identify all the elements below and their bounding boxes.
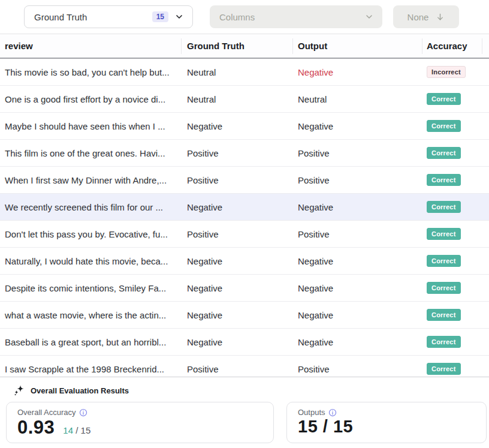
cell-review: what a waste movie, where is the actin..… (0, 310, 182, 320)
table-row[interactable]: Naturally, I would hate this movie, beca… (0, 248, 489, 275)
accuracy-badge: Correct (427, 309, 461, 321)
overall-accuracy-card: Overall Accuracy 0.93 14 / 15 (6, 402, 274, 443)
cell-review: Baseball is a great sport, but an horrib… (0, 337, 182, 347)
column-header-ground-truth: Ground Truth (182, 38, 293, 54)
accuracy-badge: Correct (427, 336, 461, 348)
accuracy-badge: Correct (427, 228, 461, 240)
accuracy-badge: Correct (427, 120, 461, 132)
chevron-down-icon (174, 12, 184, 22)
cell-accuracy: Correct (422, 228, 482, 240)
table-row[interactable]: One is a good first effort by a novice d… (0, 86, 489, 113)
sort-button-label: None (408, 12, 429, 22)
table-header: review Ground Truth Output Accuracy (0, 34, 489, 59)
cell-review: This movie is so bad, you can't help but… (0, 67, 182, 77)
cell-output: Negative (293, 67, 422, 77)
cell-accuracy: Correct (422, 255, 482, 267)
cell-output: Positive (293, 148, 422, 158)
cell-review: When I first saw My Dinner with Andre,..… (0, 175, 182, 185)
cell-ground-truth: Positive (182, 364, 293, 374)
columns-select[interactable]: Columns (210, 5, 382, 28)
ground-truth-filter-select[interactable]: Ground Truth 15 (24, 5, 193, 28)
results-title-row: Overall Evaluation Results (0, 383, 489, 398)
table-row[interactable]: I saw Scrapple at the 1998 Breckenrid...… (0, 356, 489, 377)
column-header-review: review (0, 38, 182, 54)
cell-output: Negative (293, 202, 422, 212)
column-header-output: Output (293, 38, 422, 54)
outputs-value: 15 / 15 (298, 417, 353, 437)
accuracy-badge: Correct (427, 93, 461, 105)
sparkles-icon (13, 384, 25, 396)
cell-review: Maybe I should have seen this when I ... (0, 121, 182, 131)
sort-button[interactable]: None (393, 5, 459, 28)
info-icon[interactable] (79, 408, 87, 417)
cell-output: Negative (293, 121, 422, 131)
table-row[interactable]: This film is one of the great ones. Havi… (0, 140, 489, 167)
cell-accuracy: Correct (422, 309, 482, 321)
cell-output: Negative (293, 283, 422, 293)
chevron-down-icon (364, 12, 374, 22)
results-title: Overall Evaluation Results (31, 386, 129, 395)
table-row[interactable]: We recently screened this film for our .… (0, 194, 489, 221)
cell-output: Negative (293, 337, 422, 347)
toolbar: Ground Truth 15 Columns None (0, 0, 489, 34)
cell-ground-truth: Positive (182, 148, 293, 158)
cell-accuracy: Incorrect (422, 66, 482, 78)
cell-accuracy: Correct (422, 174, 482, 186)
columns-select-label: Columns (219, 12, 364, 22)
cell-ground-truth: Positive (182, 229, 293, 239)
cell-ground-truth: Negative (182, 337, 293, 347)
table-row[interactable]: When I first saw My Dinner with Andre,..… (0, 167, 489, 194)
cell-ground-truth: Negative (182, 202, 293, 212)
cell-review: I saw Scrapple at the 1998 Breckenrid... (0, 364, 182, 374)
cell-output: Positive (293, 364, 422, 374)
cell-ground-truth: Negative (182, 310, 293, 320)
cell-review: Don't let this pass you by. Evocative, f… (0, 229, 182, 239)
filter-select-label: Ground Truth (34, 12, 152, 22)
table-row[interactable]: Despite its comic intentions, Smiley Fa.… (0, 275, 489, 302)
cell-review: We recently screened this film for our .… (0, 202, 182, 212)
cell-review: Naturally, I would hate this movie, beca… (0, 256, 182, 266)
results-cards: Overall Accuracy 0.93 14 / 15 Outputs (0, 402, 489, 443)
column-header-accuracy: Accuracy (422, 38, 482, 54)
accuracy-badge: Correct (427, 174, 461, 186)
cell-ground-truth: Negative (182, 256, 293, 266)
outputs-card: Outputs 15 / 15 (286, 402, 487, 443)
cell-ground-truth: Positive (182, 175, 293, 185)
cell-accuracy: Correct (422, 336, 482, 348)
cell-output: Negative (293, 256, 422, 266)
cell-ground-truth: Neutral (182, 67, 293, 77)
table-row[interactable]: This movie is so bad, you can't help but… (0, 59, 489, 86)
cell-accuracy: Correct (422, 282, 482, 294)
overall-accuracy-label: Overall Accuracy (17, 408, 76, 417)
evaluation-panel: Ground Truth 15 Columns None review Grou… (0, 0, 489, 448)
accuracy-badge: Correct (427, 147, 461, 159)
cell-ground-truth: Neutral (182, 94, 293, 104)
cell-review: Despite its comic intentions, Smiley Fa.… (0, 283, 182, 293)
cell-accuracy: Correct (422, 201, 482, 213)
filter-count-badge: 15 (152, 11, 168, 22)
outputs-label: Outputs (298, 408, 325, 417)
cell-output: Negative (293, 310, 422, 320)
table-row[interactable]: Baseball is a great sport, but an horrib… (0, 329, 489, 356)
cell-output: Positive (293, 229, 422, 239)
accuracy-badge: Correct (427, 201, 461, 213)
table-row[interactable]: what a waste movie, where is the actin..… (0, 302, 489, 329)
overall-accuracy-fraction: 14 / 15 (63, 425, 90, 435)
table-body: This movie is so bad, you can't help but… (0, 59, 489, 377)
cell-accuracy: Correct (422, 120, 482, 132)
info-icon[interactable] (328, 408, 337, 417)
cell-output: Positive (293, 175, 422, 185)
cell-accuracy: Correct (422, 363, 482, 375)
cell-output: Neutral (293, 94, 422, 104)
table-row[interactable]: Maybe I should have seen this when I ...… (0, 113, 489, 140)
cell-accuracy: Correct (422, 93, 482, 105)
overall-results-panel: Overall Evaluation Results Overall Accur… (0, 377, 489, 448)
accuracy-badge: Correct (427, 363, 461, 375)
cell-review: This film is one of the great ones. Havi… (0, 148, 182, 158)
cell-ground-truth: Negative (182, 121, 293, 131)
overall-accuracy-value: 0.93 (17, 417, 55, 438)
accuracy-badge: Correct (427, 255, 461, 267)
accuracy-badge: Correct (427, 282, 461, 294)
accuracy-badge: Incorrect (427, 66, 466, 78)
table-row[interactable]: Don't let this pass you by. Evocative, f… (0, 221, 489, 248)
